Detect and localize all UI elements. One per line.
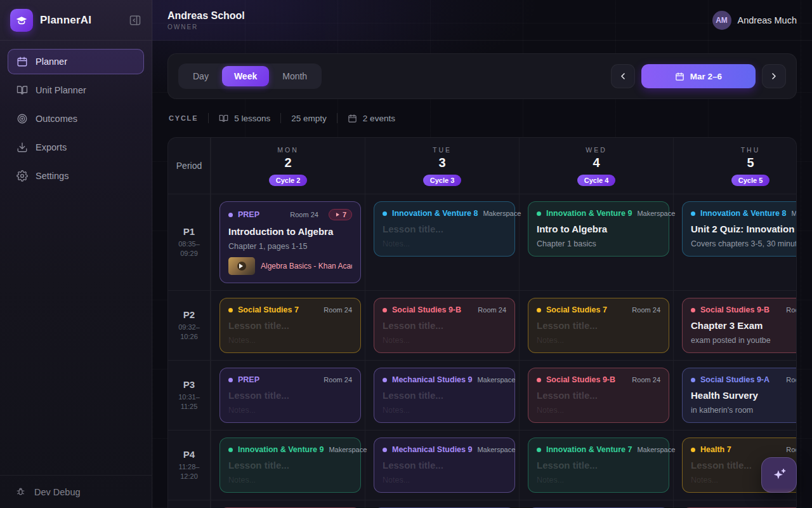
lesson-notes-placeholder[interactable]: Notes...	[383, 476, 506, 485]
lesson-card[interactable]: Social Studies 7Room 24Lesson title...No…	[528, 298, 669, 353]
view-tab-week[interactable]: Week	[222, 66, 269, 86]
day-cell: PREPRoom 247Introduction to AlgebraChapt…	[211, 194, 365, 290]
user-menu[interactable]: AM Andreas Much	[712, 11, 797, 30]
lesson-title-placeholder[interactable]: Lesson title...	[383, 320, 506, 331]
book-icon	[219, 114, 228, 123]
video-attachment-label[interactable]: Algebra Basics - Khan Academy	[261, 262, 352, 271]
sidebar-nav: PlannerUnit PlannerOutcomesExportsSettin…	[0, 41, 152, 197]
lesson-notes-placeholder[interactable]: Notes...	[537, 476, 660, 485]
next-week-button[interactable]	[762, 64, 786, 88]
day-date: 2	[284, 156, 291, 170]
view-tab-day[interactable]: Day	[181, 66, 221, 86]
collapse-sidebar-icon[interactable]	[129, 14, 141, 27]
card-header: Social Studies 7Room 24	[228, 305, 352, 314]
lesson-notes-placeholder[interactable]: Notes...	[383, 336, 506, 345]
lesson-title-placeholder[interactable]: Lesson title...	[228, 320, 352, 331]
lesson-card[interactable]: Mechanical Studies 9MakerspaceLesson tit…	[374, 368, 515, 423]
lesson-title-placeholder[interactable]: Lesson title...	[537, 390, 660, 401]
lesson-card[interactable]: Innovation & Venture 7MakerspaceLesson t…	[528, 438, 669, 493]
lesson-notes-placeholder[interactable]: Notes...	[228, 336, 352, 345]
lesson-title-placeholder[interactable]: Lesson title...	[383, 390, 506, 401]
subject-color-dot	[228, 378, 233, 382]
day-cell: Innovation & Venture 9MakerspaceLesson t…	[211, 431, 365, 500]
prev-week-button[interactable]	[611, 64, 635, 88]
subject-color-dot	[228, 308, 233, 312]
schedule-grid: PeriodMON2Cycle 2TUE3Cycle 3WED4Cycle 4T…	[167, 137, 797, 508]
school-name: Andreas School	[167, 10, 245, 22]
subject-name: PREP	[238, 375, 259, 384]
target-icon	[16, 113, 28, 124]
subject-name: Social Studies 9-B	[392, 305, 461, 314]
card-header: Social Studies 9-BRoom 24	[383, 305, 506, 314]
period-time: 10:31– 11:25	[178, 392, 200, 411]
date-navigation: Mar 2–6	[611, 64, 786, 88]
lesson-card[interactable]: PREPRoom 24Lesson title...Notes...	[219, 368, 361, 423]
lesson-card[interactable]: Social Studies 7Room 24Lesson title...No…	[219, 298, 361, 353]
card-header: Mechanical Studies 9Makerspace	[383, 375, 506, 384]
lesson-notes: Covers chapters 3-5, 30 minutes	[691, 239, 797, 248]
period-time: 11:28– 12:20	[179, 462, 200, 481]
lesson-card[interactable]: Social Studies 9-ARoom 24Health Surveryi…	[682, 368, 797, 423]
room-label: Room 24	[786, 376, 797, 384]
subject-color-dot	[383, 378, 387, 382]
lesson-title: Intro to Algebra	[537, 224, 660, 234]
day-cell: Mechanical Studies 7MakerspaceLesson tit…	[673, 500, 797, 508]
day-cell: Social Studies 9-ARoom 24Health Surveryi…	[673, 361, 797, 430]
ai-assistant-button[interactable]	[761, 457, 797, 493]
video-attachment[interactable]: Algebra Basics - Khan Academy	[228, 257, 352, 275]
lesson-notes-placeholder[interactable]: Notes...	[537, 336, 660, 345]
user-name: Andreas Much	[738, 15, 797, 25]
lesson-card[interactable]: Social Studies 9-BRoom 24Lesson title...…	[528, 368, 669, 423]
chevron-left-icon	[618, 71, 628, 81]
lesson-notes-placeholder[interactable]: Notes...	[383, 406, 506, 415]
brand-name: PlannerAI	[40, 14, 122, 27]
card-header: Innovation & Venture 8Makerspace	[383, 209, 506, 218]
sidebar-item-outcomes[interactable]: Outcomes	[8, 106, 144, 131]
room-label: Room 24	[632, 376, 660, 384]
sidebar-item-unit-planner[interactable]: Unit Planner	[8, 77, 144, 103]
lesson-title-placeholder[interactable]: Lesson title...	[228, 460, 352, 471]
day-cell: Innovation & Venture 7MakerspaceLesson t…	[519, 431, 673, 500]
period-row-p1: P108:35– 09:29PREPRoom 247Introduction t…	[168, 194, 797, 290]
lesson-card[interactable]: Social Studies 9-BRoom 24Chapter 3 Exame…	[682, 298, 797, 353]
lesson-title-placeholder[interactable]: Lesson title...	[537, 320, 660, 331]
day-name: MON	[277, 146, 299, 154]
lesson-notes-placeholder[interactable]: Notes...	[228, 476, 352, 485]
lesson-card[interactable]: Innovation & Venture 8MakerspaceUnit 2 Q…	[682, 201, 797, 257]
lesson-notes-placeholder[interactable]: Notes...	[228, 406, 352, 415]
lesson-card[interactable]: Innovation & Venture 8MakerspaceLesson t…	[374, 201, 515, 257]
stat-item: 25 empty	[291, 114, 327, 123]
avatar[interactable]: AM	[712, 11, 731, 30]
video-thumbnail[interactable]	[228, 257, 255, 275]
room-label: Makerspace	[477, 446, 515, 453]
day-cell: Innovation & Venture 8MakerspaceLesson t…	[365, 194, 519, 290]
planner-ai-logo	[10, 9, 33, 32]
lesson-card[interactable]: Innovation & Venture 9MakerspaceLesson t…	[219, 438, 361, 493]
lesson-title-placeholder[interactable]: Lesson title...	[383, 224, 506, 234]
subject-color-dot	[228, 448, 233, 452]
sidebar-item-settings[interactable]: Settings	[8, 163, 144, 189]
lesson-card[interactable]: Mechanical Studies 9MakerspaceLesson tit…	[374, 438, 515, 493]
lesson-title-placeholder[interactable]: Lesson title...	[383, 460, 506, 471]
lesson-notes-placeholder[interactable]: Notes...	[383, 239, 506, 248]
lesson-notes: exam posted in youtbe	[691, 336, 797, 345]
room-label: Room 24	[478, 306, 506, 314]
subject-name: Health 7	[700, 445, 731, 454]
lesson-card[interactable]: Social Studies 9-BRoom 24Lesson title...…	[374, 298, 515, 353]
lesson-title-placeholder[interactable]: Lesson title...	[228, 390, 352, 401]
lesson-title: Health Survery	[691, 390, 797, 401]
calendar-icon	[675, 72, 684, 81]
lesson-notes-placeholder[interactable]: Notes...	[537, 406, 660, 415]
sidebar-item-exports[interactable]: Exports	[8, 135, 144, 160]
subject-color-dot	[537, 211, 541, 216]
sidebar-item-planner[interactable]: Planner	[8, 49, 144, 74]
lesson-title-placeholder[interactable]: Lesson title...	[537, 460, 660, 471]
card-header: Innovation & Venture 8Makerspace	[691, 209, 797, 218]
view-tab-month[interactable]: Month	[270, 66, 319, 86]
book-icon	[16, 84, 28, 96]
room-label: Makerspace	[637, 446, 675, 453]
sidebar-item-dev-debug[interactable]: Dev Debug	[15, 486, 136, 497]
lesson-card[interactable]: Innovation & Venture 9MakerspaceIntro to…	[528, 201, 669, 257]
date-range-button[interactable]: Mar 2–6	[641, 64, 756, 88]
lesson-card[interactable]: PREPRoom 247Introduction to AlgebraChapt…	[219, 201, 361, 283]
